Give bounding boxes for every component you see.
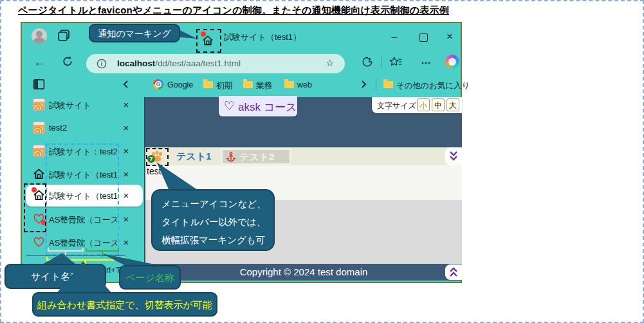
page-title: ページタイトルとfaviconやメニューのアイコンの制御。またその通知機能向け表… <box>18 5 449 17</box>
close-button[interactable]: × <box>443 30 457 44</box>
close-tab-icon[interactable]: × <box>121 145 131 156</box>
vertical-tab-2[interactable]: test2 × <box>26 119 144 137</box>
page-name-callout: ページ名称 <box>119 265 181 290</box>
minimize-button[interactable]: – <box>387 30 401 44</box>
page-tab-2-label: テスト2 <box>239 151 274 163</box>
url-path: /dd/test/aaa/test1.html <box>155 59 241 68</box>
scroll-top-button[interactable] <box>445 264 462 280</box>
tab-title: 試験サイト <box>49 100 91 111</box>
close-tab-icon[interactable]: × <box>121 190 131 201</box>
close-tab-icon[interactable]: × <box>121 214 131 225</box>
bookmarks-divider <box>376 79 376 91</box>
url-text[interactable]: localhost/dd/test/aaa/test1.html <box>117 59 241 68</box>
font-size-label: 文字サイズ <box>377 100 416 111</box>
font-size-small-button[interactable]: 小 <box>417 98 430 111</box>
favorite-star-icon[interactable]: ☆ <box>326 57 334 69</box>
url-host: localhost <box>117 59 155 68</box>
font-size-widget: 文字サイズ 小 中 大 <box>372 97 462 113</box>
favicon-marker-box <box>24 183 46 232</box>
combo-note-callout: 組み合わせ書式指定で、切替表示が可能 <box>32 292 217 317</box>
maximize-button[interactable] <box>419 33 428 42</box>
site-image-favicon <box>33 122 45 134</box>
bookmarks-scroll-right-icon[interactable] <box>359 80 368 89</box>
vertical-tabs-panel-icon[interactable] <box>33 78 45 90</box>
refresh-icon[interactable] <box>62 55 74 68</box>
favorites-hub-icon[interactable] <box>389 56 402 68</box>
settings-menu-icon[interactable]: … <box>421 55 432 66</box>
page-tab-bar: 7 テスト1 テスト2 <box>145 147 462 165</box>
heart-icon: ♡ <box>224 98 235 113</box>
site-logo-box[interactable]: ♡ aksk コース <box>219 96 297 116</box>
bookmark-folder-gyomu[interactable]: 業務 <box>256 80 272 91</box>
close-tab-icon[interactable]: × <box>121 237 131 248</box>
page-tab-1[interactable]: テスト1 <box>176 151 211 163</box>
bookmark-other-favorites[interactable]: その他のお気に入り <box>396 80 470 91</box>
tab-actions-icon[interactable] <box>57 29 70 42</box>
folder-icon <box>243 81 253 88</box>
site-logo-text: aksk コース <box>238 100 297 115</box>
folder-icon <box>383 81 393 88</box>
bookmark-folder-shoki[interactable]: 初期 <box>216 80 232 91</box>
collapse-pane-icon[interactable] <box>122 80 131 89</box>
site-image-favicon <box>33 145 45 157</box>
site-info-icon[interactable] <box>97 59 107 69</box>
menu-icon-note-callout: メニューアイコンなど、 タイトルバー以外では、 横幅拡張マーキングも可 <box>151 189 275 251</box>
title-text-marker-box <box>46 143 119 255</box>
vertical-tab-1[interactable]: 試験サイト × <box>26 96 144 114</box>
close-tab-icon[interactable]: × <box>121 99 131 110</box>
back-icon[interactable]: ← <box>33 55 46 69</box>
page-footer: Copyright © 2024 test domain <box>145 264 462 281</box>
profile-avatar[interactable] <box>32 28 47 44</box>
collapse-down-button[interactable] <box>445 147 462 165</box>
font-size-large-button[interactable]: 大 <box>446 98 459 111</box>
titlebar-favicon-marker-box <box>196 29 221 53</box>
notify-marking-callout: 通知のマーキング <box>89 24 180 42</box>
page-tab-2[interactable]: テスト2 <box>221 149 291 165</box>
bookmark-google[interactable]: Google <box>167 80 193 89</box>
close-tab-icon[interactable]: × <box>121 122 131 133</box>
extensions-icon[interactable] <box>362 56 373 68</box>
folder-icon <box>284 81 294 88</box>
notification-dot <box>201 32 206 37</box>
font-size-medium-button[interactable]: 中 <box>432 98 445 111</box>
bookmark-folder-web[interactable]: web <box>297 80 312 89</box>
site-image-favicon <box>33 98 45 111</box>
anchor-icon <box>225 151 237 163</box>
home-icon <box>33 168 45 180</box>
badge-7: 7 <box>147 155 155 163</box>
screenshot-root: ページタイトルとfaviconやメニューのアイコンの制御。またその通知機能向け表… <box>0 0 644 323</box>
folder-icon <box>203 81 213 88</box>
heart-icon <box>33 236 45 248</box>
close-tab-icon[interactable]: × <box>121 169 131 180</box>
toolbar-divider <box>381 57 382 68</box>
tab-title: test2 <box>49 123 67 133</box>
copilot-icon[interactable] <box>445 55 459 69</box>
titlebar-tab-title: 試験サイト（test1） <box>224 32 301 43</box>
google-favicon: G <box>153 79 163 89</box>
